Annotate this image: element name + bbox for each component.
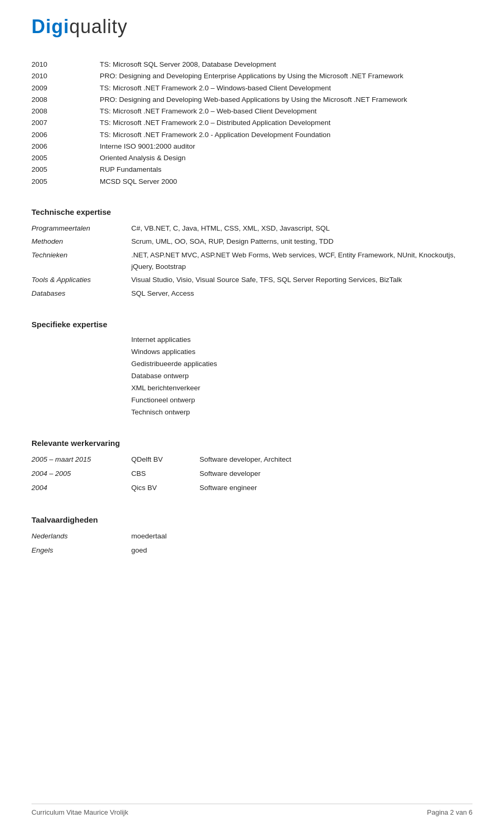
timeline-row: 2009 TS: Microsoft .NET Framework 2.0 – … — [32, 82, 472, 94]
taal-table: Nederlands moedertaal Engels goed — [32, 529, 472, 558]
werkervaring-section: Relevante werkervaring 2005 – maart 2015… — [32, 439, 472, 495]
timeline-row: 2006 Interne ISO 9001:2000 auditor — [32, 141, 472, 152]
expertise-row: Technieken .NET, ASP.NET MVC, ASP.NET We… — [32, 248, 472, 273]
timeline-desc: PRO: Designing and Developing Enterprise… — [100, 70, 472, 82]
taalvaardigheden-section: Taalvaardigheden Nederlands moedertaal E… — [32, 515, 472, 558]
taal-language: Nederlands — [32, 529, 131, 544]
timeline-year: 2010 — [32, 70, 100, 82]
werkervaring-role: Software developer — [200, 467, 472, 481]
timeline-year: 2010 — [32, 59, 100, 70]
taal-row: Engels goed — [32, 544, 472, 558]
timeline-row: 2010 TS: Microsoft SQL Server 2008, Data… — [32, 59, 472, 70]
logo-digi: Digi — [32, 16, 69, 37]
specifieke-list: Internet applicatiesWindows applicatiesG… — [131, 334, 472, 419]
timeline-row: 2008 TS: Microsoft .NET Framework 2.0 – … — [32, 106, 472, 117]
timeline-year: 2008 — [32, 106, 100, 117]
specifieke-item: Gedistribueerde applicaties — [131, 358, 472, 370]
werkervaring-company: Qics BV — [131, 481, 200, 495]
taalvaardigheden-title: Taalvaardigheden — [32, 515, 472, 524]
werkervaring-period: 2005 – maart 2015 — [32, 453, 131, 467]
timeline-year: 2006 — [32, 129, 100, 141]
expertise-label: Databases — [32, 287, 131, 300]
timeline-year: 2005 — [32, 152, 100, 164]
werkervaring-period: 2004 – 2005 — [32, 467, 131, 481]
timeline-year: 2008 — [32, 94, 100, 106]
expertise-value: C#, VB.NET, C, Java, HTML, CSS, XML, XSD… — [131, 222, 472, 235]
werkervaring-role: Software developer, Architect — [200, 453, 472, 467]
expertise-value: Scrum, UML, OO, SOA, RUP, Design Pattern… — [131, 235, 472, 248]
specifieke-item: Technisch ontwerp — [131, 407, 472, 419]
werkervaring-period: 2004 — [32, 481, 131, 495]
expertise-label: Technieken — [32, 248, 131, 273]
timeline-year: 2007 — [32, 117, 100, 129]
timeline-row: 2007 TS: Microsoft .NET Framework 2.0 – … — [32, 117, 472, 129]
werkervaring-row: 2005 – maart 2015 QDelft BV Software dev… — [32, 453, 472, 467]
expertise-table: Programmeertalen C#, VB.NET, C, Java, HT… — [32, 222, 472, 300]
timeline-desc: PRO: Designing and Developing Web-based … — [100, 94, 472, 106]
timeline-row: 2005 MCSD SQL Server 2000 — [32, 176, 472, 188]
expertise-value: SQL Server, Access — [131, 287, 472, 300]
specifieke-expertise-section: Specifieke expertise Internet applicatie… — [32, 320, 472, 419]
specifieke-item: Database ontwerp — [131, 370, 472, 382]
expertise-row: Programmeertalen C#, VB.NET, C, Java, HT… — [32, 222, 472, 235]
expertise-value: .NET, ASP.NET MVC, ASP.NET Web Forms, We… — [131, 248, 472, 273]
timeline-year: 2005 — [32, 176, 100, 188]
specifieke-item: Internet applicaties — [131, 334, 472, 346]
werkervaring-row: 2004 – 2005 CBS Software developer — [32, 467, 472, 481]
technische-expertise-title: Technische expertise — [32, 207, 472, 216]
timeline-desc: Interne ISO 9001:2000 auditor — [100, 141, 472, 152]
expertise-label: Programmeertalen — [32, 222, 131, 235]
logo-quality: quality — [69, 16, 128, 37]
werkervaring-role: Software engineer — [200, 481, 472, 495]
timeline-row: 2010 PRO: Designing and Developing Enter… — [32, 70, 472, 82]
timeline-table: 2010 TS: Microsoft SQL Server 2008, Data… — [32, 59, 472, 188]
werkervaring-company: QDelft BV — [131, 453, 200, 467]
timeline-row: 2005 Oriented Analysis & Design — [32, 152, 472, 164]
taal-level: goed — [131, 544, 472, 558]
expertise-label: Methoden — [32, 235, 131, 248]
footer-right: Pagina 2 van 6 — [427, 808, 472, 816]
timeline-year: 2009 — [32, 82, 100, 94]
timeline-row: 2005 RUP Fundamentals — [32, 164, 472, 175]
specifieke-item: Windows applicaties — [131, 346, 472, 358]
timeline-desc: RUP Fundamentals — [100, 164, 472, 175]
timeline-year: 2006 — [32, 141, 100, 152]
timeline-desc: Oriented Analysis & Design — [100, 152, 472, 164]
expertise-row: Databases SQL Server, Access — [32, 287, 472, 300]
werkervaring-title: Relevante werkervaring — [32, 439, 472, 448]
logo: Digiquality — [32, 16, 472, 38]
timeline-desc: TS: Microsoft .NET Framework 2.0 - Appli… — [100, 129, 472, 141]
timeline-desc: TS: Microsoft .NET Framework 2.0 – Windo… — [100, 82, 472, 94]
taal-language: Engels — [32, 544, 131, 558]
expertise-value: Visual Studio, Visio, Visual Source Safe… — [131, 273, 472, 287]
timeline-row: 2006 TS: Microsoft .NET Framework 2.0 - … — [32, 129, 472, 141]
timeline-section: 2010 TS: Microsoft SQL Server 2008, Data… — [32, 59, 472, 188]
timeline-desc: TS: Microsoft .NET Framework 2.0 – Web-b… — [100, 106, 472, 117]
werkervaring-company: CBS — [131, 467, 200, 481]
footer-left: Curriculum Vitae Maurice Vrolijk — [32, 808, 128, 816]
timeline-desc: TS: Microsoft SQL Server 2008, Database … — [100, 59, 472, 70]
taal-row: Nederlands moedertaal — [32, 529, 472, 544]
specifieke-item: XML berichtenverkeer — [131, 382, 472, 394]
werkervaring-table: 2005 – maart 2015 QDelft BV Software dev… — [32, 453, 472, 495]
timeline-year: 2005 — [32, 164, 100, 175]
technische-expertise-section: Technische expertise Programmeertalen C#… — [32, 207, 472, 300]
footer: Curriculum Vitae Maurice Vrolijk Pagina … — [32, 804, 472, 816]
expertise-row: Methoden Scrum, UML, OO, SOA, RUP, Desig… — [32, 235, 472, 248]
werkervaring-row: 2004 Qics BV Software engineer — [32, 481, 472, 495]
timeline-desc: MCSD SQL Server 2000 — [100, 176, 472, 188]
specifieke-expertise-title: Specifieke expertise — [32, 320, 472, 329]
specifieke-item: Functioneel ontwerp — [131, 394, 472, 407]
expertise-row: Tools & Applicaties Visual Studio, Visio… — [32, 273, 472, 287]
expertise-label: Tools & Applicaties — [32, 273, 131, 287]
timeline-row: 2008 PRO: Designing and Developing Web-b… — [32, 94, 472, 106]
timeline-desc: TS: Microsoft .NET Framework 2.0 – Distr… — [100, 117, 472, 129]
taal-level: moedertaal — [131, 529, 472, 544]
